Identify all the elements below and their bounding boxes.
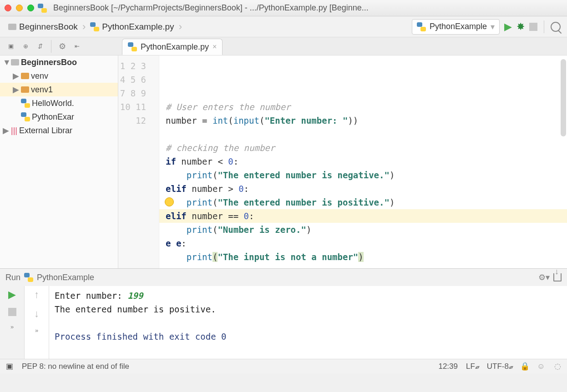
chevron-right-icon: › xyxy=(176,21,185,33)
python-file-icon xyxy=(21,112,30,121)
more-actions-button[interactable]: » xyxy=(10,323,14,330)
more-nav-button[interactable]: » xyxy=(35,327,38,334)
close-tab-button[interactable]: × xyxy=(213,43,217,51)
run-config-label: PythonExample xyxy=(430,22,487,31)
line-separator-selector[interactable]: LF▴▾ xyxy=(466,362,479,371)
run-config-selector[interactable]: PythonExample ▾ xyxy=(412,19,500,35)
settings-button[interactable]: ⚙ xyxy=(57,41,68,52)
python-file-icon xyxy=(24,273,33,282)
editor-gutter[interactable]: 1 2 3 4 5 6 7 8 9 10 11 12 xyxy=(118,55,159,268)
navigation-bar: BeginnersBook › PythonExample.py › Pytho… xyxy=(0,16,567,37)
folder-icon xyxy=(21,73,29,79)
status-message: PEP 8: no newline at end of file xyxy=(22,362,129,371)
run-panel-title: Run xyxy=(5,273,20,282)
editor-code-area[interactable]: # User enters the number number = int(in… xyxy=(159,55,567,268)
tree-item-label: HelloWorld. xyxy=(32,99,74,108)
window-title: BeginnersBook [~/PycharmProjects/Beginne… xyxy=(53,3,562,13)
expand-toggle-icon[interactable]: ▼ xyxy=(3,58,9,67)
tree-external-libraries[interactable]: ▶ ||| External Librar xyxy=(0,124,118,137)
console-output-line: The entered number is positive. xyxy=(55,304,216,314)
python-file-icon xyxy=(417,22,426,31)
feedback-icon[interactable]: ◌ xyxy=(553,362,562,371)
run-action-column: ▶ » xyxy=(0,286,25,359)
window-controls xyxy=(5,5,34,11)
run-toolbar: PythonExample ▾ ▶ ✸ xyxy=(412,19,561,35)
titlebar: BeginnersBook [~/PycharmProjects/Beginne… xyxy=(0,0,567,16)
tree-item[interactable]: ▶ venv1 xyxy=(0,83,118,96)
console-exit-line: Process finished with exit code 0 xyxy=(55,332,227,342)
tree-item[interactable]: ▶ venv xyxy=(0,69,118,83)
tree-item-label: venv xyxy=(31,71,48,81)
code-editor[interactable]: 1 2 3 4 5 6 7 8 9 10 11 12 # User enters… xyxy=(118,55,567,268)
separator xyxy=(544,20,544,33)
rerun-button[interactable]: ▶ xyxy=(8,289,16,301)
breadcrumb[interactable]: BeginnersBook › PythonExample.py › xyxy=(6,21,185,33)
folder-icon xyxy=(21,86,29,93)
scroll-from-source-button[interactable]: ▣ xyxy=(5,41,16,52)
editor-tab-active[interactable]: PythonExample.py × xyxy=(122,39,223,55)
run-button[interactable]: ▶ xyxy=(504,21,512,33)
cursor-position[interactable]: 12:39 xyxy=(438,362,458,371)
debug-button[interactable]: ✸ xyxy=(516,21,525,33)
toolbar: ▣ ⊕ ⇵ ⚙ ⇤ PythonExample.py × xyxy=(0,37,567,55)
editor-tabs: PythonExample.py × xyxy=(118,37,223,55)
stop-process-button[interactable] xyxy=(8,308,16,316)
tree-item[interactable]: PythonExar xyxy=(0,110,118,124)
separator xyxy=(51,40,51,53)
console-user-input: 199 xyxy=(127,291,143,301)
tree-root-label: BeginnersBoo xyxy=(21,58,77,67)
breadcrumb-file-label: PythonExample.py xyxy=(102,22,174,32)
breadcrumb-file[interactable]: PythonExample.py xyxy=(88,22,176,32)
expand-toggle-icon[interactable]: ▶ xyxy=(13,85,19,95)
chevron-right-icon: › xyxy=(80,21,88,33)
breadcrumb-project-label: BeginnersBook xyxy=(19,22,78,32)
app-icon xyxy=(38,4,47,13)
zoom-window-button[interactable] xyxy=(27,5,34,11)
breadcrumb-project[interactable]: BeginnersBook xyxy=(6,22,80,32)
project-tree[interactable]: ▼ BeginnersBoo ▶ venv ▶ venv1 HelloWorld… xyxy=(0,55,118,268)
tree-external-label: External Librar xyxy=(19,126,72,136)
down-arrow-button[interactable]: ↓ xyxy=(34,308,39,320)
tree-root[interactable]: ▼ BeginnersBoo xyxy=(0,55,118,69)
tree-item-label: venv1 xyxy=(31,85,53,95)
collapse-all-button[interactable]: ⇤ xyxy=(71,41,82,52)
expand-toggle-icon[interactable]: ▶ xyxy=(13,71,19,81)
tree-item[interactable]: HelloWorld. xyxy=(0,96,118,110)
python-file-icon xyxy=(21,99,30,108)
run-panel-config: PythonExample xyxy=(37,273,94,282)
console-prompt: Enter number: xyxy=(55,291,127,301)
encoding-selector[interactable]: UTF-8▴▾ xyxy=(487,362,512,371)
locate-button[interactable]: ⊕ xyxy=(20,41,31,52)
tree-item-label: PythonExar xyxy=(32,112,74,122)
chevron-down-icon: ▾ xyxy=(491,22,495,32)
minimize-window-button[interactable] xyxy=(16,5,23,11)
main-split: ▼ BeginnersBoo ▶ venv ▶ venv1 HelloWorld… xyxy=(0,55,567,268)
close-window-button[interactable] xyxy=(5,5,11,11)
status-bar: ▣ PEP 8: no newline at end of file 12:39… xyxy=(0,359,567,373)
tool-window-toggle-button[interactable]: ▣ xyxy=(5,362,14,371)
python-file-icon xyxy=(128,42,137,51)
folder-icon xyxy=(8,24,16,30)
search-everywhere-button[interactable] xyxy=(551,22,561,32)
stop-button[interactable] xyxy=(529,23,537,31)
python-file-icon xyxy=(90,22,99,31)
tab-label: PythonExample.py xyxy=(141,42,209,52)
expand-toggle-icon[interactable]: ▶ xyxy=(3,126,9,136)
up-arrow-button[interactable]: ↑ xyxy=(34,289,39,301)
libraries-icon: ||| xyxy=(11,126,17,136)
export-button[interactable] xyxy=(553,273,562,281)
flatten-packages-button[interactable]: ⇵ xyxy=(35,41,46,52)
run-nav-column: ↑ ↓ » xyxy=(25,286,49,359)
lock-icon[interactable]: 🔒 xyxy=(521,362,529,371)
project-toolbar: ▣ ⊕ ⇵ ⚙ ⇤ xyxy=(0,40,118,53)
folder-icon xyxy=(11,59,19,65)
inspector-icon[interactable]: ☺ xyxy=(537,362,545,371)
